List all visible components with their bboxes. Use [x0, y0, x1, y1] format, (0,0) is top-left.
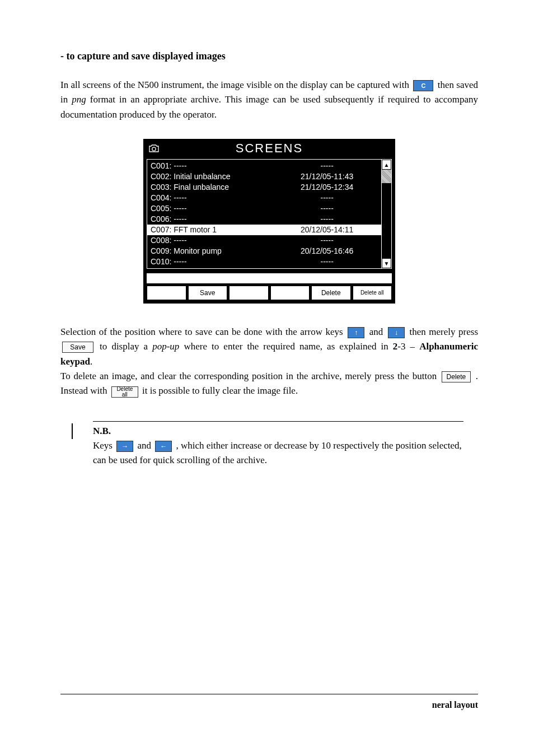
device-screenshot: SCREENS C001: ----- C002: Initial unbala… — [60, 139, 478, 304]
footer-text: neral layout — [432, 700, 478, 710]
delete-all-key-icon: Delete all — [111, 386, 138, 398]
save-key-icon: Save — [62, 342, 93, 353]
intro-paragraph: In all screens of the N500 instrument, t… — [60, 78, 478, 122]
list-date: ----- — [273, 256, 381, 267]
arrow-up-icon: ↑ — [348, 327, 364, 338]
delete-paragraph: To delete an image, and clear the corres… — [60, 369, 478, 399]
arrow-left-icon: ← — [155, 441, 172, 452]
list-date: ----- — [273, 193, 381, 203]
device-title: SCREENS — [236, 141, 303, 156]
list-date: ----- — [273, 235, 381, 246]
text-span: Keys — [93, 440, 115, 451]
section-heading: - to capture and save displayed images — [60, 50, 478, 62]
delete-button: Delete — [311, 286, 351, 300]
list-item: C003: Final unbalance — [147, 182, 273, 193]
png-italic: png — [72, 94, 86, 105]
list-date: ----- — [273, 161, 381, 171]
list-date: 20/12/05-16:46 — [273, 246, 381, 256]
nb-note: N.B. Keys → and ← , which either increas… — [72, 421, 463, 468]
list-date-selected: 20/12/05-14:11 — [273, 225, 381, 235]
device-button-row: Save Delete Delete all — [144, 286, 394, 302]
spacer — [229, 286, 269, 300]
c-key-icon: C — [413, 80, 433, 91]
list-item: C004: ----- — [147, 193, 273, 203]
arrow-right-icon: → — [116, 441, 133, 452]
scrollbar: ▲ ▼ — [381, 160, 391, 268]
scroll-up-icon: ▲ — [382, 160, 391, 170]
delete-all-button: Delete all — [353, 286, 392, 300]
scroll-down-icon: ▼ — [382, 258, 391, 268]
file-list: C001: ----- C002: Initial unbalance C003… — [147, 159, 392, 269]
scroll-thumb — [382, 170, 391, 183]
input-bar — [147, 273, 392, 283]
list-item: C005: ----- — [147, 203, 273, 214]
list-item: C002: Initial unbalance — [147, 171, 273, 182]
list-item: C001: ----- — [147, 161, 273, 171]
list-item-selected: C007: FFT motor 1 — [147, 225, 273, 235]
list-date: ----- — [273, 214, 381, 225]
text-span: then merely press — [409, 326, 478, 337]
popup-italic: pop-up — [152, 341, 179, 352]
svg-point-0 — [152, 147, 156, 151]
list-item: C010: ----- — [147, 256, 273, 267]
list-item: C009: Monitor pump — [147, 246, 273, 256]
text-span: it is possible to fully clear the image … — [142, 385, 298, 396]
spacer — [147, 286, 186, 300]
text-span: format in an appropriate archive. This i… — [60, 94, 478, 119]
text-span: and — [369, 326, 386, 337]
text-span: where to enter the required name, as exp… — [179, 341, 392, 352]
text-span: to display a — [100, 341, 152, 352]
text-span: -3 – — [397, 341, 419, 352]
text-span: . — [90, 356, 92, 367]
footer-rule — [60, 694, 478, 694]
text-span: To delete an image, and clear the corres… — [60, 371, 440, 381]
list-item: C008: ----- — [147, 235, 273, 246]
save-button: Save — [188, 286, 228, 300]
selection-paragraph: Selection of the position where to save … — [60, 325, 478, 369]
text-span: In all screens of the N500 instrument, t… — [60, 80, 411, 90]
text-span: and — [137, 440, 153, 451]
arrow-down-icon: ↓ — [388, 327, 405, 338]
list-date: ----- — [273, 203, 381, 214]
camera-icon — [148, 142, 160, 157]
list-date: 21/12/05-11:43 — [273, 171, 381, 182]
device-titlebar: SCREENS — [144, 140, 394, 157]
list-date: 21/12/05-12:34 — [273, 182, 381, 193]
list-item: C006: ----- — [147, 214, 273, 225]
spacer — [270, 286, 310, 300]
text-span: Selection of the position where to save … — [60, 326, 346, 337]
nb-title: N.B. — [93, 426, 111, 436]
delete-key-icon: Delete — [442, 371, 471, 382]
